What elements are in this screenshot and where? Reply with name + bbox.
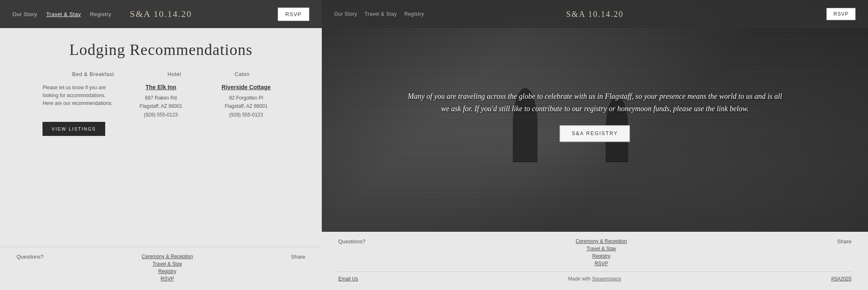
category-cabin: Cabin xyxy=(235,71,250,77)
right-nav-links: Our Story Travel & Stay Registry xyxy=(334,11,424,17)
nav-link-registry[interactable]: Registry xyxy=(90,11,111,17)
left-panel: Our Story Travel & Stay Registry S&A 10.… xyxy=(0,0,322,290)
nav-link-travel-stay[interactable]: Travel & Stay xyxy=(46,11,81,17)
right-nav-title: S&A 10.14.20 xyxy=(566,10,623,19)
cabin-column: Riverside Cottage 82 Forgotten Pl Flagst… xyxy=(205,84,288,136)
left-nav: Our Story Travel & Stay Registry S&A 10.… xyxy=(0,0,322,28)
right-footer-top: Questions? Ceremony & Reception Travel &… xyxy=(338,238,851,266)
cabin-address: 82 Forgotten Pl Flagstaff, AZ 86001 (928… xyxy=(225,94,268,119)
right-footer-links: Ceremony & Reception Travel & Stay Regis… xyxy=(576,238,627,266)
hero-area: Many of you are traveling across the glo… xyxy=(322,0,868,232)
bnb-description: Please let us know if you are looking fo… xyxy=(42,84,117,108)
left-footer-share: Share xyxy=(291,254,305,260)
categories-row: Bed & Breakfast Hotel Cabin xyxy=(45,71,276,77)
right-footer-link-rsvp[interactable]: RSVP xyxy=(594,261,608,266)
right-nav-link-travel-stay[interactable]: Travel & Stay xyxy=(365,11,397,17)
hero-overlay: Many of you are traveling across the glo… xyxy=(404,90,786,142)
email-link[interactable]: Email Us xyxy=(338,276,358,282)
listings-row: Please let us know if you are looking fo… xyxy=(33,84,289,136)
squarespace-link[interactable]: Squarespace xyxy=(592,276,621,282)
hashtag-link[interactable]: #SA2020 xyxy=(831,276,851,282)
right-footer-questions: Questions? xyxy=(338,238,366,245)
right-footer: Questions? Ceremony & Reception Travel &… xyxy=(322,232,868,290)
right-rsvp-button[interactable]: RSVP xyxy=(826,8,856,20)
right-footer-share: Share xyxy=(837,238,851,245)
right-footer-bottom: Email Us Made with Squarespace #SA2020 xyxy=(338,271,851,282)
page-heading: Lodging Recommendations xyxy=(69,40,252,59)
registry-button[interactable]: S&A REGISTRY xyxy=(560,125,630,142)
footer-link-registry[interactable]: Registry xyxy=(158,269,177,274)
left-rsvp-button[interactable]: RSVP xyxy=(278,7,309,21)
hotel-column: The Elk Inn 687 Raken Rd Flagstaff, AZ 8… xyxy=(120,84,202,136)
footer-link-travel[interactable]: Travel & Stay xyxy=(153,261,182,267)
bnb-column: Please let us know if you are looking fo… xyxy=(34,84,117,136)
right-panel: Our Story Travel & Stay Registry S&A 10.… xyxy=(322,0,868,290)
category-hotel: Hotel xyxy=(167,71,181,77)
hotel-address: 687 Raken Rd Flagstaff, AZ 86001 (928) 5… xyxy=(139,94,182,119)
left-main-content: Lodging Recommendations Bed & Breakfast … xyxy=(0,28,322,247)
right-footer-link-travel[interactable]: Travel & Stay xyxy=(587,246,616,252)
nav-link-our-story[interactable]: Our Story xyxy=(12,11,37,17)
hero-text: Many of you are traveling across the glo… xyxy=(404,90,786,115)
hotel-name[interactable]: The Elk Inn xyxy=(146,84,177,90)
footer-link-ceremony[interactable]: Ceremony & Reception xyxy=(142,254,193,259)
right-footer-link-ceremony[interactable]: Ceremony & Reception xyxy=(576,238,627,244)
right-nav-link-registry[interactable]: Registry xyxy=(404,11,424,17)
left-footer-links: Ceremony & Reception Travel & Stay Regis… xyxy=(142,254,193,282)
right-nav: Our Story Travel & Stay Registry S&A 10.… xyxy=(322,0,868,28)
cabin-name[interactable]: Riverside Cottage xyxy=(222,84,271,90)
left-nav-title: S&A 10.14.20 xyxy=(130,9,192,19)
view-listings-button[interactable]: VIEW LISTINGS xyxy=(42,122,105,136)
right-nav-link-our-story[interactable]: Our Story xyxy=(334,11,357,17)
left-nav-links: Our Story Travel & Stay Registry xyxy=(12,11,111,17)
left-footer: Questions? Ceremony & Reception Travel &… xyxy=(0,247,322,290)
left-footer-questions: Questions? xyxy=(17,254,44,260)
footer-link-rsvp[interactable]: RSVP xyxy=(160,276,174,282)
right-footer-link-registry[interactable]: Registry xyxy=(592,253,611,259)
squarespace-text: Made with Squarespace xyxy=(568,276,621,282)
category-bnb: Bed & Breakfast xyxy=(72,71,114,77)
